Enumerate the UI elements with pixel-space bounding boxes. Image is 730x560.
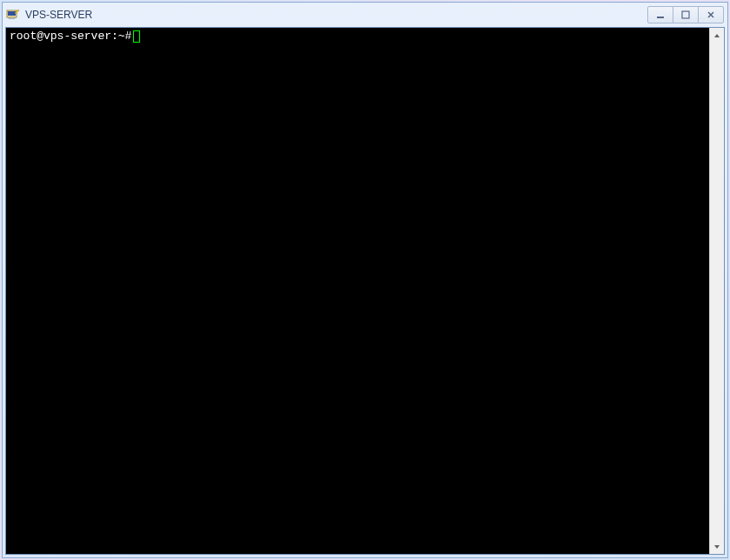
scroll-track[interactable]: [710, 43, 724, 539]
window-title: VPS-SERVER: [25, 9, 648, 21]
chevron-up-icon: [713, 32, 720, 39]
minimize-icon: [656, 10, 665, 19]
close-button[interactable]: [698, 6, 724, 23]
putty-window: VPS-SERVER root@vps-server:~#: [2, 2, 728, 558]
titlebar[interactable]: VPS-SERVER: [3, 3, 727, 27]
vertical-scrollbar[interactable]: [709, 28, 724, 554]
maximize-button[interactable]: [673, 6, 699, 23]
cursor: [133, 30, 140, 43]
shell-prompt: root@vps-server:~#: [10, 30, 131, 43]
terminal[interactable]: root@vps-server:~#: [6, 28, 709, 554]
close-icon: [707, 10, 715, 19]
scroll-down-button[interactable]: [710, 539, 724, 554]
svg-rect-4: [682, 11, 689, 18]
svg-rect-2: [9, 17, 15, 19]
svg-rect-1: [8, 11, 16, 16]
scroll-up-button[interactable]: [710, 28, 724, 43]
prompt-line: root@vps-server:~#: [10, 30, 706, 43]
chevron-down-icon: [713, 543, 720, 550]
terminal-container: root@vps-server:~#: [5, 27, 725, 555]
minimize-button[interactable]: [647, 6, 673, 23]
svg-rect-3: [657, 17, 664, 18]
maximize-icon: [681, 10, 690, 19]
putty-icon: [6, 8, 20, 22]
window-controls: [648, 6, 724, 23]
